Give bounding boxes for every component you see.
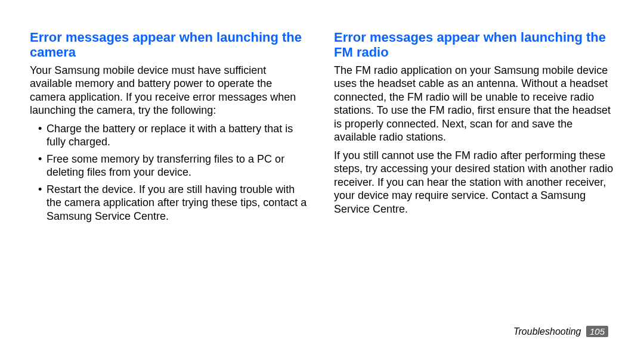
list-item: Free some memory by transferring files t… xyxy=(38,152,310,179)
two-column-layout: Error messages appear when launching the… xyxy=(30,30,614,226)
left-heading: Error messages appear when launching the… xyxy=(30,30,310,60)
page: Error messages appear when launching the… xyxy=(0,0,644,349)
right-column: Error messages appear when launching the… xyxy=(334,30,614,226)
list-item: Charge the battery or replace it with a … xyxy=(38,122,310,149)
left-intro-paragraph: Your Samsung mobile device must have suf… xyxy=(30,64,310,117)
footer-page-number: 105 xyxy=(586,326,608,337)
footer-section-name: Troubleshooting xyxy=(513,326,581,336)
list-item: Restart the device. If you are still hav… xyxy=(38,183,310,223)
right-paragraph-2: If you still cannot use the FM radio aft… xyxy=(334,149,614,216)
page-footer: Troubleshooting 105 xyxy=(513,326,608,337)
right-heading: Error messages appear when launching the… xyxy=(334,30,614,60)
left-bullet-list: Charge the battery or replace it with a … xyxy=(30,122,310,223)
right-paragraph-1: The FM radio application on your Samsung… xyxy=(334,64,614,144)
left-column: Error messages appear when launching the… xyxy=(30,30,310,226)
